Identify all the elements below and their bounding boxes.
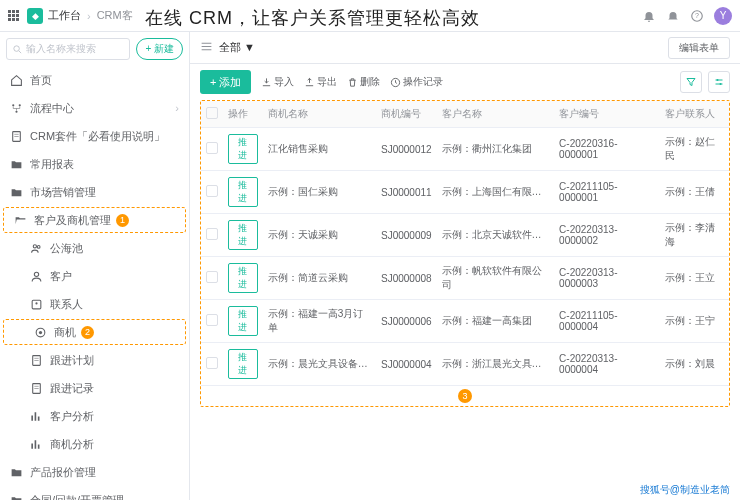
add-button[interactable]: + 添加 <box>200 70 251 94</box>
export-button[interactable]: 导出 <box>304 75 337 89</box>
sidebar-item-15[interactable]: 合同/回款/开票管理 <box>0 486 189 500</box>
sidebar-item-2[interactable]: CRM套件「必看使用说明」 <box>0 122 189 150</box>
notification-icon[interactable] <box>642 9 656 23</box>
cell-customer: 示例：衢州江化集团 <box>437 128 555 171</box>
doc-icon <box>30 382 43 395</box>
sidebar-item-label: 公海池 <box>50 241 83 256</box>
import-icon <box>261 77 272 88</box>
cell-ccode: C-20211105-0000004 <box>554 300 660 343</box>
target-icon <box>34 326 47 339</box>
table-row[interactable]: 推进示例：天诚采购SJ0000009示例：北京天诚软件…C-20220313-0… <box>201 214 729 257</box>
sidebar-item-1[interactable]: 流程中心› <box>0 94 189 122</box>
users-icon <box>30 242 43 255</box>
select-all-checkbox[interactable] <box>206 107 218 119</box>
sidebar-item-7[interactable]: 客户 <box>0 262 189 290</box>
nav-list: 首页流程中心›CRM套件「必看使用说明」常用报表市场营销管理客户及商机管理1公海… <box>0 66 189 500</box>
column-header: 商机名称 <box>263 101 376 128</box>
sidebar-item-3[interactable]: 常用报表 <box>0 150 189 178</box>
cell-customer: 示例：上海国仁有限… <box>437 171 555 214</box>
table-row[interactable]: 推进示例：晨光文具设备…SJ0000004示例：浙江晨光文具…C-2022031… <box>201 343 729 386</box>
cell-ccode: C-20211105-0000001 <box>554 171 660 214</box>
sidebar-item-label: 商机分析 <box>50 437 94 452</box>
settings-button[interactable] <box>708 71 730 93</box>
avatar[interactable]: Y <box>714 7 732 25</box>
clock-icon <box>390 77 401 88</box>
column-header: 客户联系人 <box>660 101 729 128</box>
user-icon <box>30 270 43 283</box>
sidebar-item-5[interactable]: 客户及商机管理1 <box>3 207 186 233</box>
row-checkbox[interactable] <box>206 271 218 283</box>
sliders-icon <box>713 76 725 88</box>
breadcrumb-section[interactable]: CRM客 <box>97 8 133 23</box>
push-button[interactable]: 推进 <box>228 349 258 379</box>
push-button[interactable]: 推进 <box>228 134 258 164</box>
sidebar-item-6[interactable]: 公海池 <box>0 234 189 262</box>
sidebar-item-label: 流程中心 <box>30 101 74 116</box>
new-button[interactable]: + 新建 <box>136 38 183 60</box>
view-selector[interactable]: 全部 ▼ <box>219 40 255 55</box>
doc-icon <box>30 354 43 367</box>
row-checkbox[interactable] <box>206 357 218 369</box>
push-button[interactable]: 推进 <box>228 263 258 293</box>
sidebar-item-14[interactable]: 产品报价管理 <box>0 458 189 486</box>
sidebar-item-11[interactable]: 跟进记录 <box>0 374 189 402</box>
apps-icon[interactable] <box>8 10 19 21</box>
cell-customer: 示例：福建一高集团 <box>437 300 555 343</box>
filter-icon <box>685 76 697 88</box>
doc-icon <box>10 130 23 143</box>
column-header: 操作 <box>223 101 263 128</box>
delete-button[interactable]: 删除 <box>347 75 380 89</box>
svg-point-5 <box>15 110 17 112</box>
column-header: 客户名称 <box>437 101 555 128</box>
cell-name: 示例：国仁采购 <box>263 171 376 214</box>
row-checkbox[interactable] <box>206 185 218 197</box>
chart-icon <box>30 410 43 423</box>
push-button[interactable]: 推进 <box>228 177 258 207</box>
cell-code: SJ0000009 <box>376 214 437 257</box>
delete-icon <box>347 77 358 88</box>
overlay-title: 在线 CRM，让客户关系管理更轻松高效 <box>145 6 480 30</box>
folder-open-icon <box>14 214 27 227</box>
bell-icon[interactable] <box>666 9 680 23</box>
edit-form-button[interactable]: 编辑表单 <box>668 37 730 59</box>
cell-code: SJ0000004 <box>376 343 437 386</box>
table-row[interactable]: 推进示例：简道云采购SJ0000008示例：帆软软件有限公司C-20220313… <box>201 257 729 300</box>
cell-ccode: C-20220313-0000004 <box>554 343 660 386</box>
sidebar-item-label: 产品报价管理 <box>30 465 96 480</box>
sidebar-item-10[interactable]: 跟进计划 <box>0 346 189 374</box>
row-checkbox[interactable] <box>206 314 218 326</box>
filter-button[interactable] <box>680 71 702 93</box>
table-row[interactable]: 推进江化销售采购SJ0000012示例：衢州江化集团C-20220316-000… <box>201 128 729 171</box>
log-button[interactable]: 操作记录 <box>390 75 443 89</box>
opportunity-table: 操作商机名称商机编号客户名称客户编号客户联系人 推进江化销售采购SJ000001… <box>201 101 729 386</box>
table-row[interactable]: 推进示例：福建一高3月订单SJ0000006示例：福建一高集团C-2021110… <box>201 300 729 343</box>
svg-point-13 <box>39 330 42 333</box>
breadcrumb-workspace[interactable]: 工作台 <box>48 8 81 23</box>
chart-icon <box>30 438 43 451</box>
watermark: 搜狐号@制造业老简 <box>640 483 730 497</box>
svg-point-9 <box>34 272 38 276</box>
push-button[interactable]: 推进 <box>228 306 258 336</box>
cell-code: SJ0000011 <box>376 171 437 214</box>
table-row[interactable]: 推进示例：国仁采购SJ0000011示例：上海国仁有限…C-20211105-0… <box>201 171 729 214</box>
sidebar-item-4[interactable]: 市场营销管理 <box>0 178 189 206</box>
list-icon[interactable] <box>200 40 213 55</box>
cell-name: 示例：福建一高3月订单 <box>263 300 376 343</box>
search-icon <box>12 44 23 55</box>
search-input[interactable]: 输入名称来搜索 <box>6 38 130 60</box>
sidebar-item-9[interactable]: 商机2 <box>3 319 186 345</box>
sidebar: 输入名称来搜索 + 新建 首页流程中心›CRM套件「必看使用说明」常用报表市场营… <box>0 32 190 500</box>
sidebar-item-0[interactable]: 首页 <box>0 66 189 94</box>
row-checkbox[interactable] <box>206 228 218 240</box>
push-button[interactable]: 推进 <box>228 220 258 250</box>
sidebar-item-13[interactable]: 商机分析 <box>0 430 189 458</box>
sidebar-item-12[interactable]: 客户分析 <box>0 402 189 430</box>
cell-customer: 示例：帆软软件有限公司 <box>437 257 555 300</box>
help-icon[interactable]: ? <box>690 9 704 23</box>
sidebar-item-8[interactable]: 联系人 <box>0 290 189 318</box>
row-checkbox[interactable] <box>206 142 218 154</box>
annotation-badge: 1 <box>116 214 129 227</box>
import-button[interactable]: 导入 <box>261 75 294 89</box>
column-header: 客户编号 <box>554 101 660 128</box>
cell-contact: 示例：刘晨 <box>660 343 729 386</box>
